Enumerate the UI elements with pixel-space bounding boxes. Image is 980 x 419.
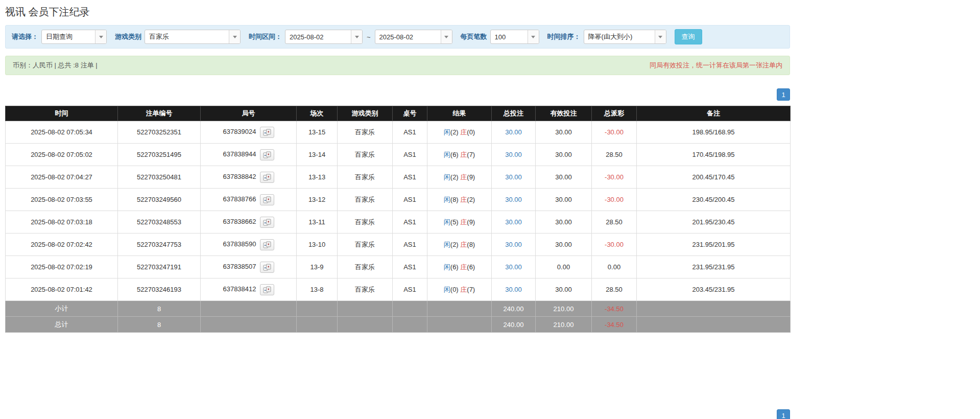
total-bet-link[interactable]: 30.00 xyxy=(505,151,522,158)
banker-result-label: 庄 xyxy=(460,218,467,226)
subtotal-payout-cell: -34.50 xyxy=(592,301,637,317)
time-sort-select[interactable]: 降幂(由大到小) xyxy=(584,30,666,44)
chevron-down-icon[interactable] xyxy=(351,30,362,43)
game-category-label: 游戏类别 xyxy=(115,32,141,41)
payout-value: 28.50 xyxy=(606,151,623,158)
payout-value: 28.50 xyxy=(606,286,623,293)
round-detail-button[interactable] xyxy=(260,284,274,295)
total-bet-cell: 30.00 xyxy=(492,189,536,211)
session-cell: 13-15 xyxy=(297,121,338,144)
round-number: 637838507 xyxy=(223,263,256,270)
payout-value: -30.00 xyxy=(605,128,624,136)
payout-value: 28.50 xyxy=(606,218,623,226)
total-remark-cell xyxy=(637,317,791,333)
total-bet-link[interactable]: 30.00 xyxy=(505,241,522,248)
game-category-cell: 百家乐 xyxy=(338,256,393,278)
time-cell: 2025-08-02 07:02:19 xyxy=(6,256,118,278)
game-category-cell: 百家乐 xyxy=(338,166,393,189)
subtotal-empty-cell xyxy=(201,301,297,317)
game-category-cell: 百家乐 xyxy=(338,189,393,211)
round-detail-button[interactable] xyxy=(260,149,274,160)
total-bet-link[interactable]: 30.00 xyxy=(505,286,522,293)
chevron-down-icon[interactable] xyxy=(655,30,666,43)
total-payout-cell: -34.50 xyxy=(592,317,637,333)
per-page-select[interactable]: 100 xyxy=(490,30,539,44)
summary-bar: 币别：人民币 | 总共 :8 注单 | 同局有效投注，统一计算在该局第一张注单内 xyxy=(5,56,790,75)
page-container: 视讯 会员下注纪录 请选择： 日期查询 游戏类别 百家乐 时间区间： 2025-… xyxy=(5,0,790,419)
total-bet-cell: 30.00 xyxy=(492,234,536,256)
remark-cell: 203.45/231.95 xyxy=(637,278,791,301)
game-category-select[interactable]: 百家乐 xyxy=(145,30,241,44)
player-result-label: 闲 xyxy=(444,128,450,136)
game-category-value: 百家乐 xyxy=(145,30,229,43)
date-to-input[interactable]: 2025-08-02 xyxy=(375,30,452,44)
subtotal-label-cell: 小计 xyxy=(6,301,118,317)
total-bet-link[interactable]: 30.00 xyxy=(505,263,522,271)
total-bet-cell: 30.00 xyxy=(492,211,536,234)
chevron-down-icon[interactable] xyxy=(528,30,539,43)
player-result-label: 闲 xyxy=(444,241,450,248)
query-type-value: 日期查询 xyxy=(42,30,95,43)
round-detail-button[interactable] xyxy=(260,194,274,205)
round-cell: 637839024 xyxy=(201,121,297,144)
query-button[interactable]: 查询 xyxy=(675,29,702,44)
result-cell: 闲(2) 庄(9) xyxy=(427,166,492,189)
table-row: 2025-08-02 07:02:42522703247753637838590… xyxy=(6,234,791,256)
banker-result-label: 庄 xyxy=(460,128,467,136)
result-cell: 闲(5) 庄(9) xyxy=(427,211,492,234)
remark-cell: 201.95/230.45 xyxy=(637,211,791,234)
session-cell: 13-8 xyxy=(297,278,338,301)
session-cell: 13-9 xyxy=(297,256,338,278)
session-cell: 13-12 xyxy=(297,189,338,211)
time-cell: 2025-08-02 07:04:27 xyxy=(6,166,118,189)
column-header: 场次 xyxy=(297,106,338,121)
player-result-count: (2) xyxy=(450,128,459,136)
round-number: 637838842 xyxy=(223,173,256,180)
date-from-input[interactable]: 2025-08-02 xyxy=(285,30,363,44)
round-detail-button[interactable] xyxy=(260,172,274,183)
payout-cell: -30.00 xyxy=(592,166,637,189)
page-1-button[interactable]: 1 xyxy=(777,88,790,101)
chevron-down-icon[interactable] xyxy=(441,30,452,43)
time-cell: 2025-08-02 07:03:55 xyxy=(6,189,118,211)
chevron-down-icon[interactable] xyxy=(229,30,240,43)
subtotal-row: 小计8240.00210.00-34.50 xyxy=(6,301,791,317)
round-detail-button[interactable] xyxy=(260,262,274,273)
round-number: 637839024 xyxy=(223,128,256,135)
remark-cell: 230.45/200.45 xyxy=(637,189,791,211)
column-header: 结果 xyxy=(427,106,492,121)
payout-cell: 28.50 xyxy=(592,144,637,166)
round-cell: 637838590 xyxy=(201,234,297,256)
total-empty-cell xyxy=(201,317,297,333)
round-cell: 637838766 xyxy=(201,189,297,211)
page-1-button[interactable]: 1 xyxy=(777,409,790,419)
total-payout-value: -34.50 xyxy=(605,321,624,329)
per-page-label: 每页笔数 xyxy=(461,32,487,41)
column-header: 桌号 xyxy=(393,106,427,121)
chevron-down-icon[interactable] xyxy=(95,30,106,43)
total-bet-link[interactable]: 30.00 xyxy=(505,173,522,181)
table-row: 2025-08-02 07:01:42522703246193637838412… xyxy=(6,278,791,301)
filter-bar: 请选择： 日期查询 游戏类别 百家乐 时间区间： 2025-08-02 ~ 20… xyxy=(5,25,790,49)
total-total-bet-cell: 240.00 xyxy=(492,317,536,333)
table-header-row: 时间注单编号局号场次游戏类别桌号结果总投注有效投注总派彩备注 xyxy=(6,106,791,121)
subtotal-empty-cell xyxy=(338,301,393,317)
player-result-label: 闲 xyxy=(444,263,450,271)
banker-result-label: 庄 xyxy=(460,263,467,271)
round-cell: 637838412 xyxy=(201,278,297,301)
remark-cell: 170.45/198.95 xyxy=(637,144,791,166)
payout-value: -30.00 xyxy=(605,173,624,181)
total-empty-cell xyxy=(338,317,393,333)
payout-cell: -30.00 xyxy=(592,189,637,211)
round-detail-button[interactable] xyxy=(260,239,274,250)
page-title: 视讯 会员下注纪录 xyxy=(5,0,790,21)
subtotal-total-bet-cell: 240.00 xyxy=(492,301,536,317)
table-number-cell: AS1 xyxy=(393,234,427,256)
total-bet-link[interactable]: 30.00 xyxy=(505,196,522,203)
round-detail-button[interactable] xyxy=(260,217,274,228)
player-result-label: 闲 xyxy=(444,151,450,158)
query-type-select[interactable]: 日期查询 xyxy=(41,30,107,44)
total-bet-link[interactable]: 30.00 xyxy=(505,218,522,226)
total-bet-link[interactable]: 30.00 xyxy=(505,128,522,136)
round-detail-button[interactable] xyxy=(260,127,274,138)
